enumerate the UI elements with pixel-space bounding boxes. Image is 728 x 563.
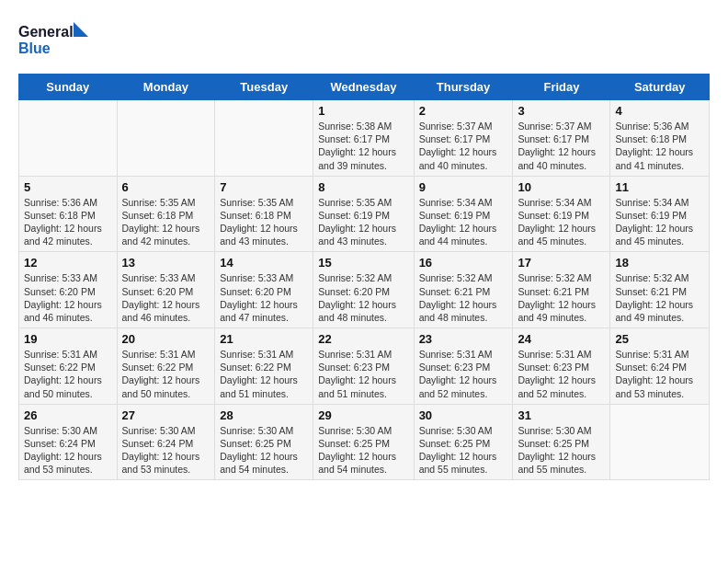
- day-info: Sunrise: 5:33 AM Sunset: 6:20 PM Dayligh…: [24, 271, 112, 324]
- day-number: 3: [518, 104, 605, 118]
- day-info: Sunrise: 5:34 AM Sunset: 6:19 PM Dayligh…: [419, 196, 508, 248]
- calendar-cell: [610, 404, 710, 480]
- day-number: 25: [615, 332, 704, 346]
- day-info: Sunrise: 5:36 AM Sunset: 6:18 PM Dayligh…: [615, 120, 704, 172]
- calendar-cell: [215, 100, 313, 177]
- calendar-header: SundayMondayTuesdayWednesdayThursdayFrid…: [19, 75, 710, 100]
- calendar-cell: 4Sunrise: 5:36 AM Sunset: 6:18 PM Daylig…: [610, 100, 710, 177]
- calendar-cell: 24Sunrise: 5:31 AM Sunset: 6:23 PM Dayli…: [513, 328, 610, 405]
- calendar-cell: 5Sunrise: 5:36 AM Sunset: 6:18 PM Daylig…: [19, 176, 118, 252]
- day-info: Sunrise: 5:35 AM Sunset: 6:19 PM Dayligh…: [318, 196, 408, 248]
- calendar-cell: 8Sunrise: 5:35 AM Sunset: 6:19 PM Daylig…: [313, 176, 414, 252]
- calendar-cell: 22Sunrise: 5:31 AM Sunset: 6:23 PM Dayli…: [313, 328, 414, 405]
- day-info: Sunrise: 5:31 AM Sunset: 6:23 PM Dayligh…: [518, 348, 605, 400]
- calendar-cell: 19Sunrise: 5:31 AM Sunset: 6:22 PM Dayli…: [19, 328, 118, 405]
- calendar-week-row: 5Sunrise: 5:36 AM Sunset: 6:18 PM Daylig…: [19, 176, 710, 252]
- calendar-cell: 21Sunrise: 5:31 AM Sunset: 6:22 PM Dayli…: [215, 328, 313, 405]
- calendar-cell: 31Sunrise: 5:30 AM Sunset: 6:25 PM Dayli…: [513, 404, 610, 480]
- calendar-cell: 30Sunrise: 5:30 AM Sunset: 6:25 PM Dayli…: [414, 404, 513, 480]
- day-number: 2: [419, 104, 508, 118]
- calendar-cell: 2Sunrise: 5:37 AM Sunset: 6:17 PM Daylig…: [414, 100, 513, 177]
- day-number: 14: [220, 256, 308, 270]
- day-number: 27: [122, 408, 210, 422]
- day-info: Sunrise: 5:37 AM Sunset: 6:17 PM Dayligh…: [419, 120, 508, 172]
- day-number: 5: [24, 180, 112, 194]
- calendar-cell: 28Sunrise: 5:30 AM Sunset: 6:25 PM Dayli…: [215, 404, 313, 480]
- day-number: 30: [419, 408, 508, 422]
- day-number: 9: [419, 180, 508, 194]
- svg-marker-2: [74, 22, 88, 37]
- day-info: Sunrise: 5:30 AM Sunset: 6:25 PM Dayligh…: [518, 424, 605, 477]
- day-number: 7: [220, 180, 308, 194]
- day-number: 20: [122, 332, 210, 346]
- day-info: Sunrise: 5:32 AM Sunset: 6:21 PM Dayligh…: [518, 271, 605, 324]
- calendar-cell: 3Sunrise: 5:37 AM Sunset: 6:17 PM Daylig…: [513, 100, 610, 177]
- day-number: 26: [24, 408, 112, 422]
- day-info: Sunrise: 5:31 AM Sunset: 6:24 PM Dayligh…: [615, 348, 704, 400]
- day-number: 16: [419, 256, 508, 270]
- day-info: Sunrise: 5:31 AM Sunset: 6:22 PM Dayligh…: [220, 348, 308, 400]
- page-header: GeneralBlue: [18, 18, 710, 59]
- day-info: Sunrise: 5:32 AM Sunset: 6:21 PM Dayligh…: [615, 271, 704, 324]
- weekday-header: Thursday: [414, 75, 513, 100]
- day-info: Sunrise: 5:30 AM Sunset: 6:25 PM Dayligh…: [419, 424, 508, 477]
- calendar-week-row: 19Sunrise: 5:31 AM Sunset: 6:22 PM Dayli…: [19, 328, 710, 405]
- weekday-header: Friday: [513, 75, 610, 100]
- day-info: Sunrise: 5:36 AM Sunset: 6:18 PM Dayligh…: [24, 196, 112, 248]
- svg-text:Blue: Blue: [18, 40, 51, 56]
- day-info: Sunrise: 5:35 AM Sunset: 6:18 PM Dayligh…: [122, 196, 210, 248]
- day-number: 31: [518, 408, 605, 422]
- day-info: Sunrise: 5:30 AM Sunset: 6:24 PM Dayligh…: [24, 424, 112, 477]
- calendar-cell: 9Sunrise: 5:34 AM Sunset: 6:19 PM Daylig…: [414, 176, 513, 252]
- day-number: 4: [615, 104, 704, 118]
- calendar-cell: 23Sunrise: 5:31 AM Sunset: 6:23 PM Dayli…: [414, 328, 513, 405]
- day-info: Sunrise: 5:31 AM Sunset: 6:23 PM Dayligh…: [318, 348, 408, 400]
- day-info: Sunrise: 5:31 AM Sunset: 6:22 PM Dayligh…: [122, 348, 210, 400]
- day-info: Sunrise: 5:38 AM Sunset: 6:17 PM Dayligh…: [318, 120, 408, 172]
- calendar-cell: 1Sunrise: 5:38 AM Sunset: 6:17 PM Daylig…: [313, 100, 414, 177]
- calendar-cell: 16Sunrise: 5:32 AM Sunset: 6:21 PM Dayli…: [414, 252, 513, 328]
- day-number: 24: [518, 332, 605, 346]
- day-info: Sunrise: 5:34 AM Sunset: 6:19 PM Dayligh…: [615, 196, 704, 248]
- day-info: Sunrise: 5:30 AM Sunset: 6:25 PM Dayligh…: [220, 424, 308, 477]
- day-number: 28: [220, 408, 308, 422]
- day-info: Sunrise: 5:37 AM Sunset: 6:17 PM Dayligh…: [518, 120, 605, 172]
- day-number: 19: [24, 332, 112, 346]
- calendar-cell: 11Sunrise: 5:34 AM Sunset: 6:19 PM Dayli…: [610, 176, 710, 252]
- calendar-week-row: 26Sunrise: 5:30 AM Sunset: 6:24 PM Dayli…: [19, 404, 710, 480]
- day-info: Sunrise: 5:35 AM Sunset: 6:18 PM Dayligh…: [220, 196, 308, 248]
- day-info: Sunrise: 5:31 AM Sunset: 6:22 PM Dayligh…: [24, 348, 112, 400]
- day-number: 6: [122, 180, 210, 194]
- weekday-header: Wednesday: [313, 75, 414, 100]
- day-number: 29: [318, 408, 408, 422]
- calendar-cell: [19, 100, 118, 177]
- calendar-cell: [117, 100, 215, 177]
- day-number: 18: [615, 256, 704, 270]
- day-number: 22: [318, 332, 408, 346]
- weekday-header: Tuesday: [215, 75, 313, 100]
- calendar-cell: 7Sunrise: 5:35 AM Sunset: 6:18 PM Daylig…: [215, 176, 313, 252]
- day-number: 21: [220, 332, 308, 346]
- day-number: 15: [318, 256, 408, 270]
- day-info: Sunrise: 5:32 AM Sunset: 6:21 PM Dayligh…: [419, 271, 508, 324]
- day-number: 23: [419, 332, 508, 346]
- svg-text:General: General: [18, 24, 74, 40]
- calendar-table: SundayMondayTuesdayWednesdayThursdayFrid…: [18, 74, 710, 480]
- day-info: Sunrise: 5:32 AM Sunset: 6:20 PM Dayligh…: [318, 271, 408, 324]
- calendar-week-row: 1Sunrise: 5:38 AM Sunset: 6:17 PM Daylig…: [19, 100, 710, 177]
- calendar-cell: 6Sunrise: 5:35 AM Sunset: 6:18 PM Daylig…: [117, 176, 215, 252]
- day-number: 1: [318, 104, 408, 118]
- calendar-cell: 25Sunrise: 5:31 AM Sunset: 6:24 PM Dayli…: [610, 328, 710, 405]
- day-number: 13: [122, 256, 210, 270]
- day-info: Sunrise: 5:34 AM Sunset: 6:19 PM Dayligh…: [518, 196, 605, 248]
- day-number: 8: [318, 180, 408, 194]
- day-number: 17: [518, 256, 605, 270]
- day-number: 12: [24, 256, 112, 270]
- calendar-cell: 17Sunrise: 5:32 AM Sunset: 6:21 PM Dayli…: [513, 252, 610, 328]
- calendar-cell: 27Sunrise: 5:30 AM Sunset: 6:24 PM Dayli…: [117, 404, 215, 480]
- calendar-cell: 15Sunrise: 5:32 AM Sunset: 6:20 PM Dayli…: [313, 252, 414, 328]
- calendar-cell: 12Sunrise: 5:33 AM Sunset: 6:20 PM Dayli…: [19, 252, 118, 328]
- weekday-header: Saturday: [610, 75, 710, 100]
- day-info: Sunrise: 5:31 AM Sunset: 6:23 PM Dayligh…: [419, 348, 508, 400]
- day-info: Sunrise: 5:30 AM Sunset: 6:24 PM Dayligh…: [122, 424, 210, 477]
